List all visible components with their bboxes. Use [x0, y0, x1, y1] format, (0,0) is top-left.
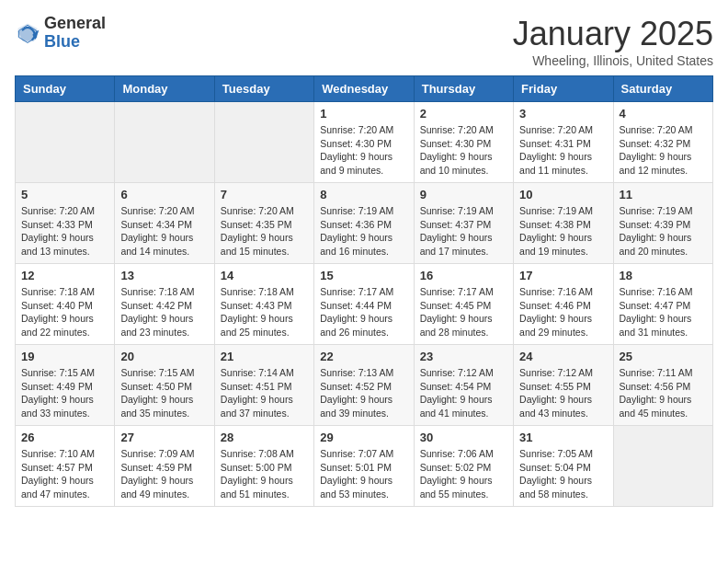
calendar-cell: 12Sunrise: 7:18 AMSunset: 4:40 PMDayligh… — [16, 264, 115, 345]
calendar-cell: 16Sunrise: 7:17 AMSunset: 4:45 PMDayligh… — [414, 264, 513, 345]
calendar-cell: 4Sunrise: 7:20 AMSunset: 4:32 PMDaylight… — [613, 102, 712, 183]
day-info: Sunrise: 7:11 AMSunset: 4:56 PMDaylight:… — [620, 366, 707, 420]
day-info: Sunrise: 7:13 AMSunset: 4:52 PMDaylight:… — [320, 366, 407, 420]
page-header: General Blue January 2025 Wheeling, Illi… — [15, 15, 713, 68]
day-number: 29 — [320, 431, 407, 444]
day-number: 20 — [120, 350, 208, 363]
day-number: 24 — [519, 350, 607, 363]
calendar-cell: 7Sunrise: 7:20 AMSunset: 4:35 PMDaylight… — [214, 183, 313, 264]
calendar-cell: 8Sunrise: 7:19 AMSunset: 4:36 PMDaylight… — [314, 183, 414, 264]
day-info: Sunrise: 7:20 AMSunset: 4:35 PMDaylight:… — [221, 204, 308, 259]
day-number: 11 — [620, 188, 707, 201]
week-row-3: 12Sunrise: 7:18 AMSunset: 4:40 PMDayligh… — [16, 264, 713, 345]
calendar-cell: 19Sunrise: 7:15 AMSunset: 4:49 PMDayligh… — [16, 345, 115, 426]
title-area: January 2025 Wheeling, Illinois, United … — [513, 15, 713, 68]
weekday-header-tuesday: Tuesday — [214, 76, 313, 102]
weekday-header-monday: Monday — [115, 76, 214, 102]
day-info: Sunrise: 7:12 AMSunset: 4:55 PMDaylight:… — [519, 366, 607, 420]
calendar-cell: 3Sunrise: 7:20 AMSunset: 4:31 PMDaylight… — [514, 102, 613, 183]
day-info: Sunrise: 7:06 AMSunset: 5:02 PMDaylight:… — [420, 447, 507, 501]
logo-icon — [15, 20, 40, 46]
day-number: 23 — [420, 350, 507, 363]
calendar-cell: 31Sunrise: 7:05 AMSunset: 5:04 PMDayligh… — [514, 426, 613, 507]
weekday-header-thursday: Thursday — [414, 76, 513, 102]
calendar-cell: 5Sunrise: 7:20 AMSunset: 4:33 PMDaylight… — [16, 183, 115, 264]
day-number: 31 — [519, 431, 607, 444]
month-title: January 2025 — [513, 15, 713, 53]
calendar-cell: 15Sunrise: 7:17 AMSunset: 4:44 PMDayligh… — [314, 264, 414, 345]
calendar-cell: 9Sunrise: 7:19 AMSunset: 4:37 PMDaylight… — [414, 183, 513, 264]
calendar-cell: 27Sunrise: 7:09 AMSunset: 4:59 PMDayligh… — [115, 426, 214, 507]
calendar-table: SundayMondayTuesdayWednesdayThursdayFrid… — [15, 75, 713, 507]
day-info: Sunrise: 7:19 AMSunset: 4:36 PMDaylight:… — [320, 204, 407, 259]
day-info: Sunrise: 7:19 AMSunset: 4:39 PMDaylight:… — [620, 204, 707, 259]
day-info: Sunrise: 7:18 AMSunset: 4:42 PMDaylight:… — [120, 285, 208, 339]
weekday-header-wednesday: Wednesday — [314, 76, 414, 102]
calendar-cell — [214, 102, 313, 183]
calendar-cell — [16, 102, 115, 183]
day-number: 3 — [519, 107, 607, 121]
location: Wheeling, Illinois, United States — [513, 53, 713, 68]
calendar-cell: 6Sunrise: 7:20 AMSunset: 4:34 PMDaylight… — [115, 183, 214, 264]
day-info: Sunrise: 7:10 AMSunset: 4:57 PMDaylight:… — [21, 447, 108, 501]
day-info: Sunrise: 7:20 AMSunset: 4:31 PMDaylight:… — [519, 123, 607, 178]
calendar-cell: 22Sunrise: 7:13 AMSunset: 4:52 PMDayligh… — [314, 345, 414, 426]
day-info: Sunrise: 7:20 AMSunset: 4:30 PMDaylight:… — [320, 123, 407, 178]
week-row-5: 26Sunrise: 7:10 AMSunset: 4:57 PMDayligh… — [16, 426, 713, 507]
day-info: Sunrise: 7:18 AMSunset: 4:43 PMDaylight:… — [221, 285, 308, 339]
day-number: 13 — [120, 269, 208, 282]
day-info: Sunrise: 7:08 AMSunset: 5:00 PMDaylight:… — [221, 447, 308, 501]
calendar-cell: 21Sunrise: 7:14 AMSunset: 4:51 PMDayligh… — [214, 345, 313, 426]
calendar-cell: 18Sunrise: 7:16 AMSunset: 4:47 PMDayligh… — [613, 264, 712, 345]
day-info: Sunrise: 7:09 AMSunset: 4:59 PMDaylight:… — [120, 447, 208, 501]
day-info: Sunrise: 7:17 AMSunset: 4:45 PMDaylight:… — [420, 285, 507, 339]
day-info: Sunrise: 7:18 AMSunset: 4:40 PMDaylight:… — [21, 285, 108, 339]
day-number: 10 — [519, 188, 607, 201]
day-number: 2 — [420, 107, 507, 121]
day-number: 16 — [420, 269, 507, 282]
day-info: Sunrise: 7:20 AMSunset: 4:33 PMDaylight:… — [21, 204, 108, 259]
day-number: 28 — [221, 431, 308, 444]
week-row-1: 1Sunrise: 7:20 AMSunset: 4:30 PMDaylight… — [16, 102, 713, 183]
day-number: 12 — [21, 269, 108, 282]
calendar-cell: 26Sunrise: 7:10 AMSunset: 4:57 PMDayligh… — [16, 426, 115, 507]
calendar-cell: 25Sunrise: 7:11 AMSunset: 4:56 PMDayligh… — [613, 345, 712, 426]
calendar-cell — [115, 102, 214, 183]
day-number: 22 — [320, 350, 407, 363]
week-row-4: 19Sunrise: 7:15 AMSunset: 4:49 PMDayligh… — [16, 345, 713, 426]
calendar-cell: 17Sunrise: 7:16 AMSunset: 4:46 PMDayligh… — [514, 264, 613, 345]
week-row-2: 5Sunrise: 7:20 AMSunset: 4:33 PMDaylight… — [16, 183, 713, 264]
day-info: Sunrise: 7:15 AMSunset: 4:49 PMDaylight:… — [21, 366, 108, 420]
logo-general-text: General — [44, 14, 106, 32]
logo: General Blue — [15, 15, 106, 52]
day-info: Sunrise: 7:19 AMSunset: 4:38 PMDaylight:… — [519, 204, 607, 259]
calendar-cell: 23Sunrise: 7:12 AMSunset: 4:54 PMDayligh… — [414, 345, 513, 426]
day-number: 25 — [620, 350, 707, 363]
calendar-cell — [613, 426, 712, 507]
calendar-cell: 28Sunrise: 7:08 AMSunset: 5:00 PMDayligh… — [214, 426, 313, 507]
day-info: Sunrise: 7:07 AMSunset: 5:01 PMDaylight:… — [320, 447, 407, 501]
day-number: 21 — [221, 350, 308, 363]
calendar-cell: 1Sunrise: 7:20 AMSunset: 4:30 PMDaylight… — [314, 102, 414, 183]
logo-blue-text: Blue — [44, 32, 80, 51]
day-number: 4 — [620, 107, 707, 121]
weekday-header-saturday: Saturday — [613, 76, 712, 102]
calendar-cell: 24Sunrise: 7:12 AMSunset: 4:55 PMDayligh… — [514, 345, 613, 426]
calendar-cell: 14Sunrise: 7:18 AMSunset: 4:43 PMDayligh… — [214, 264, 313, 345]
day-number: 19 — [21, 350, 108, 363]
day-info: Sunrise: 7:16 AMSunset: 4:47 PMDaylight:… — [620, 285, 707, 339]
day-info: Sunrise: 7:14 AMSunset: 4:51 PMDaylight:… — [221, 366, 308, 420]
day-number: 6 — [120, 188, 208, 201]
day-info: Sunrise: 7:20 AMSunset: 4:34 PMDaylight:… — [120, 204, 208, 259]
day-info: Sunrise: 7:16 AMSunset: 4:46 PMDaylight:… — [519, 285, 607, 339]
weekday-header-row: SundayMondayTuesdayWednesdayThursdayFrid… — [16, 76, 713, 102]
day-number: 9 — [420, 188, 507, 201]
day-number: 1 — [320, 107, 407, 121]
day-number: 8 — [320, 188, 407, 201]
day-number: 26 — [21, 431, 108, 444]
calendar-cell: 29Sunrise: 7:07 AMSunset: 5:01 PMDayligh… — [314, 426, 414, 507]
day-info: Sunrise: 7:17 AMSunset: 4:44 PMDaylight:… — [320, 285, 407, 339]
day-number: 5 — [21, 188, 108, 201]
calendar-cell: 10Sunrise: 7:19 AMSunset: 4:38 PMDayligh… — [514, 183, 613, 264]
weekday-header-sunday: Sunday — [16, 76, 115, 102]
